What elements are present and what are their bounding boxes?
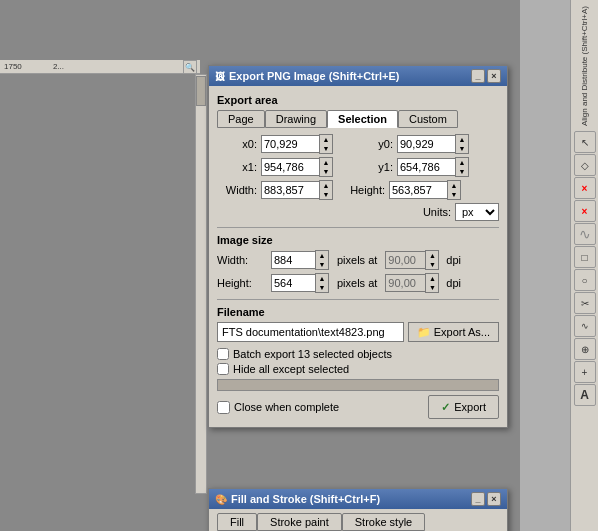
img-height-row: Height: ▲ ▼ pixels at ▲ ▼ dpi (217, 273, 499, 293)
x1-input[interactable] (261, 158, 319, 176)
img-dpi-2-spinner: ▲ ▼ (385, 273, 439, 293)
close-when-complete-checkbox[interactable] (217, 401, 230, 414)
x0-input[interactable] (261, 135, 319, 153)
height-down-btn[interactable]: ▼ (448, 190, 460, 199)
dpi-label-1: dpi (446, 254, 461, 266)
toolbar-btn-3[interactable]: ∿ (574, 223, 596, 245)
batch-export-label[interactable]: Batch export 13 selected objects (233, 348, 392, 360)
toolbar-btn-9[interactable]: + (574, 361, 596, 383)
wh-row: Width: ▲ ▼ Height: ▲ ▼ (217, 180, 499, 200)
toolbar-btn-1[interactable]: ↖ (574, 131, 596, 153)
toolbar-btn-7[interactable]: ∿ (574, 315, 596, 337)
y0-up-btn[interactable]: ▲ (456, 135, 468, 144)
x0-label: x0: (217, 138, 257, 150)
img-height-label: Height: (217, 277, 267, 289)
fill-stroke-titlebar[interactable]: 🎨 Fill and Stroke (Shift+Ctrl+F) _ × (209, 489, 507, 509)
separator-2 (217, 299, 499, 300)
img-dpi-2-input[interactable] (385, 274, 425, 292)
export-close-btn[interactable]: × (487, 69, 501, 83)
img-width-spinner: ▲ ▼ (271, 250, 329, 270)
img-height-down-btn[interactable]: ▼ (316, 283, 328, 292)
x0-spinner: ▲ ▼ (261, 134, 333, 154)
height-input[interactable] (389, 181, 447, 199)
img-dpi-1-input[interactable] (385, 251, 425, 269)
img-dpi-1-down-btn[interactable]: ▼ (426, 260, 438, 269)
fill-tabs: Fill Stroke paint Stroke style (217, 513, 499, 531)
toolbar-btn-8[interactable]: ⊕ (574, 338, 596, 360)
width-label: Width: (217, 184, 257, 196)
close-when-complete-label[interactable]: Close when complete (234, 401, 339, 413)
width-spinner: ▲ ▼ (261, 180, 333, 200)
right-toolbar: Align and Distribute (Shift+Ctrl+A) ↖ ◇ … (570, 0, 598, 531)
batch-export-checkbox[interactable] (217, 348, 229, 360)
toolbar-btn-close-x2[interactable]: × (574, 200, 596, 222)
y1-up-btn[interactable]: ▲ (456, 158, 468, 167)
export-dialog-titlebar[interactable]: 🖼 Export PNG Image (Shift+Ctrl+E) _ × (209, 66, 507, 86)
x1-up-btn[interactable]: ▲ (320, 158, 332, 167)
folder-icon: 📁 (417, 326, 431, 339)
bottom-btn-row: Close when complete ✓ Export (217, 395, 499, 419)
height-spinner: ▲ ▼ (389, 180, 461, 200)
img-width-up-btn[interactable]: ▲ (316, 251, 328, 260)
img-height-spinner: ▲ ▼ (271, 273, 329, 293)
x1-label: x1: (217, 161, 257, 173)
toolbar-btn-6[interactable]: ✂ (574, 292, 596, 314)
y1-spinner: ▲ ▼ (397, 157, 469, 177)
hide-except-row: Hide all except selected (217, 363, 499, 375)
height-label: Height: (345, 184, 385, 196)
hide-except-label[interactable]: Hide all except selected (233, 363, 349, 375)
export-as-btn[interactable]: 📁 Export As... (408, 322, 499, 342)
tab-fill[interactable]: Fill (217, 513, 257, 531)
pixels-at-1: pixels at (337, 254, 377, 266)
export-tabs: Page Drawing Selection Custom (217, 110, 499, 128)
img-dpi-2-up-btn[interactable]: ▲ (426, 274, 438, 283)
img-height-input[interactable] (271, 274, 315, 292)
toolbar-btn-2[interactable]: ◇ (574, 154, 596, 176)
img-dpi-1-up-btn[interactable]: ▲ (426, 251, 438, 260)
units-select[interactable]: px mm cm in (455, 203, 499, 221)
toolbar-btn-text[interactable]: A (574, 384, 596, 406)
img-height-up-btn[interactable]: ▲ (316, 274, 328, 283)
img-dpi-2-down-btn[interactable]: ▼ (426, 283, 438, 292)
y0-input[interactable] (397, 135, 455, 153)
x0-down-btn[interactable]: ▼ (320, 144, 332, 153)
tab-custom[interactable]: Custom (398, 110, 458, 128)
units-row: Units: px mm cm in (217, 203, 499, 221)
filename-input[interactable] (217, 322, 404, 342)
x1-down-btn[interactable]: ▼ (320, 167, 332, 176)
hide-except-checkbox[interactable] (217, 363, 229, 375)
align-distribute-label[interactable]: Align and Distribute (Shift+Ctrl+A) (580, 2, 589, 130)
image-size-label: Image size (217, 234, 499, 246)
vertical-scrollbar[interactable] (195, 74, 207, 494)
width-up-btn[interactable]: ▲ (320, 181, 332, 190)
pixels-at-2: pixels at (337, 277, 377, 289)
height-up-btn[interactable]: ▲ (448, 181, 460, 190)
x1-y1-row: x1: ▲ ▼ y1: ▲ ▼ (217, 157, 499, 177)
tab-stroke-style[interactable]: Stroke style (342, 513, 425, 531)
img-width-input[interactable] (271, 251, 315, 269)
separator-1 (217, 227, 499, 228)
tab-drawing[interactable]: Drawing (265, 110, 327, 128)
tab-stroke-paint[interactable]: Stroke paint (257, 513, 342, 531)
tab-selection[interactable]: Selection (327, 110, 398, 128)
scroll-thumb[interactable] (196, 76, 206, 106)
width-down-btn[interactable]: ▼ (320, 190, 332, 199)
export-minimize-btn[interactable]: _ (471, 69, 485, 83)
x0-up-btn[interactable]: ▲ (320, 135, 332, 144)
toolbar-btn-5[interactable]: ○ (574, 269, 596, 291)
toolbar-btn-4[interactable]: □ (574, 246, 596, 268)
img-width-down-btn[interactable]: ▼ (316, 260, 328, 269)
export-as-label: Export As... (434, 326, 490, 338)
tab-page[interactable]: Page (217, 110, 265, 128)
width-input[interactable] (261, 181, 319, 199)
y0-down-btn[interactable]: ▼ (456, 144, 468, 153)
toolbar-btn-close-x[interactable]: × (574, 177, 596, 199)
fill-close-btn[interactable]: × (487, 492, 501, 506)
fill-minimize-btn[interactable]: _ (471, 492, 485, 506)
y1-label: y1: (353, 161, 393, 173)
zoom-corner-btn[interactable]: 🔍 (183, 60, 197, 74)
export-btn[interactable]: ✓ Export (428, 395, 499, 419)
progress-bar (217, 379, 499, 391)
y1-down-btn[interactable]: ▼ (456, 167, 468, 176)
y1-input[interactable] (397, 158, 455, 176)
